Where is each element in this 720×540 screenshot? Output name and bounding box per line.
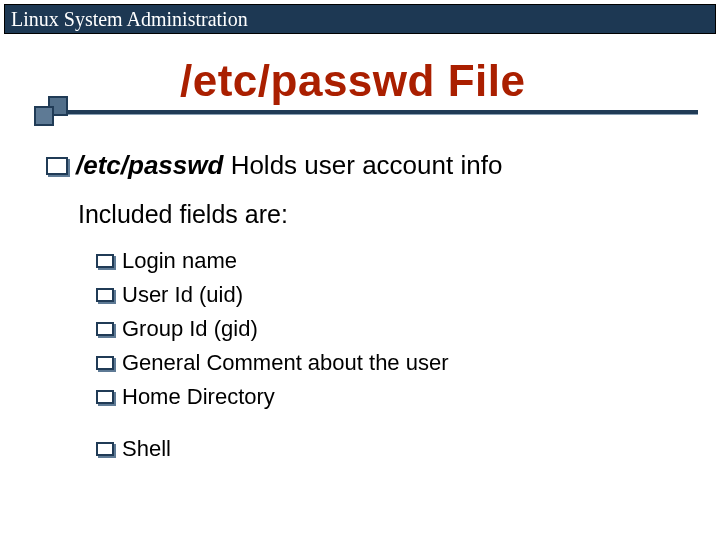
list-item: Login name [96,248,449,274]
ornament-box-icon [34,106,54,126]
main-bullet: /etc/passwd Holds user account info [46,150,502,181]
bullet-icon [96,288,114,302]
bullet-icon [96,356,114,370]
bullet-icon [96,390,114,404]
bullet-icon [96,322,114,336]
field-label: Group Id (gid) [122,316,258,342]
list-item: User Id (uid) [96,282,449,308]
field-label: Home Directory [122,384,275,410]
bullet-icon [96,442,114,456]
header-title: Linux System Administration [11,8,248,31]
header-bar: Linux System Administration [4,4,716,34]
field-label: Shell [122,436,171,462]
list-item: Shell [96,436,449,462]
field-label: Login name [122,248,237,274]
field-label: User Id (uid) [122,282,243,308]
bullet-icon [46,157,68,175]
list-item: Group Id (gid) [96,316,449,342]
title-underline [68,110,698,114]
sub-line: Included fields are: [78,200,288,229]
slide-title: /etc/passwd File [180,56,525,106]
main-bullet-emph: /etc/passwd [76,150,223,180]
list-item: General Comment about the user [96,350,449,376]
title-row: /etc/passwd File [0,56,720,128]
field-label: General Comment about the user [122,350,449,376]
field-list: Login name User Id (uid) Group Id (gid) … [96,248,449,470]
list-item: Home Directory [96,384,449,410]
main-bullet-rest: Holds user account info [223,150,502,180]
bullet-icon [96,254,114,268]
slide: Linux System Administration /etc/passwd … [0,0,720,540]
